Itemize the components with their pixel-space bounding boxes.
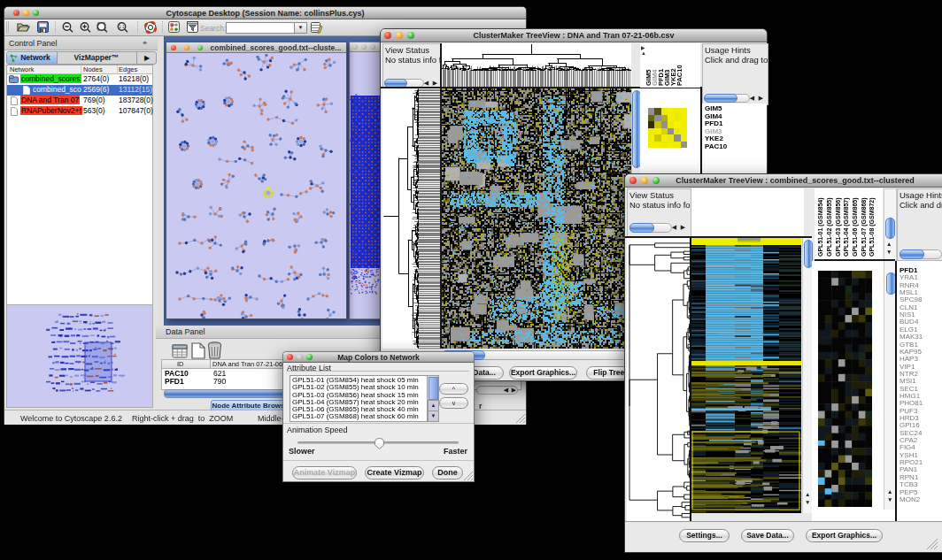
- svg-text:1:1: 1:1: [119, 25, 125, 29]
